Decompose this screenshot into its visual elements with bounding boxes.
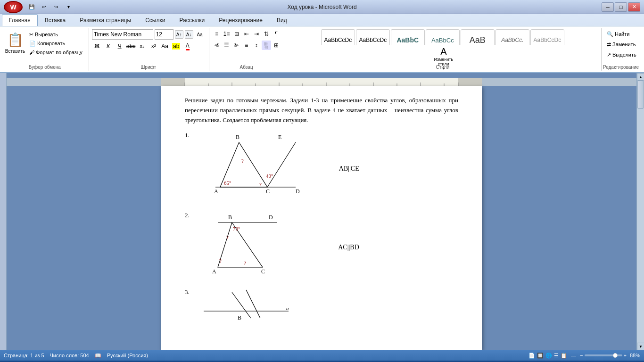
redo-qat-button[interactable]: ↪ xyxy=(51,2,61,12)
tab-home[interactable]: Главная xyxy=(2,14,38,26)
view-normal-icon[interactable]: 📄 xyxy=(528,353,535,359)
font-size-input[interactable] xyxy=(155,29,173,40)
strikethrough-button[interactable]: abc xyxy=(126,41,136,51)
align-center-button[interactable]: ☰ xyxy=(222,41,231,50)
highlight-button[interactable]: ab xyxy=(171,41,182,51)
tab-mailings[interactable]: Рассылки xyxy=(172,14,212,26)
ribbon: Главная Вставка Разметка страницы Ссылки… xyxy=(0,14,644,73)
sort-button[interactable]: ⇅ xyxy=(262,29,271,39)
scrollbar-track[interactable] xyxy=(637,81,644,343)
format-painter-button[interactable]: 🖌 Формат по образцу xyxy=(27,48,85,57)
status-bar: Страница: 1 из 5 Число слов: 504 📖 Русск… xyxy=(0,350,644,361)
style-subtle-emphasis[interactable]: AaBbCcDc Слабое в... xyxy=(530,29,564,45)
group-clipboard: 📋 Вставить ✂ Вырезать 📄 Копировать 🖌 Фор… xyxy=(3,28,89,71)
increase-indent-button[interactable]: ⇥ xyxy=(252,29,261,39)
office-button[interactable]: W xyxy=(4,1,23,13)
scrollbar-thumb[interactable] xyxy=(637,81,644,109)
zoom-slider[interactable] xyxy=(585,354,622,356)
grow-font-button[interactable]: A↑ xyxy=(175,30,183,39)
spell-check-icon[interactable]: 📖 xyxy=(95,353,101,359)
shrink-font-button[interactable]: A↓ xyxy=(185,30,193,39)
bullet-list-button[interactable]: ≡ xyxy=(212,29,222,39)
svg-text:a: a xyxy=(286,305,289,311)
svg-text:?: ? xyxy=(226,234,229,240)
svg-text:?: ? xyxy=(241,158,244,164)
undo-qat-button[interactable]: ↩ xyxy=(39,2,49,12)
italic-button[interactable]: К xyxy=(103,41,114,51)
clear-format-button[interactable]: Aa xyxy=(195,30,205,39)
numbered-list-button[interactable]: 1≡ xyxy=(222,29,231,39)
svg-text:B: B xyxy=(236,134,239,140)
diagram-1: B E D 65° 40° xyxy=(194,131,312,206)
svg-text:70°: 70° xyxy=(233,226,240,231)
minimize-button[interactable]: ─ xyxy=(602,2,614,12)
shading-button[interactable]: ░ xyxy=(262,41,271,50)
find-button[interactable]: 🔍 Найти xyxy=(604,29,637,39)
cut-button[interactable]: ✂ Вырезать xyxy=(27,30,85,39)
style-subtle-label: Слабое в... xyxy=(536,44,558,45)
document-area[interactable]: Решение задач по готовым чертежам. Задач… xyxy=(7,73,636,350)
tab-view[interactable]: Вид xyxy=(270,14,294,26)
document-page[interactable]: Решение задач по готовым чертежам. Задач… xyxy=(161,86,482,350)
view-web-icon[interactable]: 🌐 xyxy=(545,353,552,359)
language-info: Русский (Россия) xyxy=(107,353,148,358)
zoom-out-button[interactable]: − xyxy=(580,353,583,358)
underline-button[interactable]: Ч xyxy=(115,41,125,51)
svg-rect-2 xyxy=(458,78,482,86)
group-paragraph: ≡ 1≡ ⊟ ⇤ ⇥ ⇅ ¶ ⫷ ☰ ⫸ ≡ ↕ ░ ⊞ А xyxy=(210,28,285,71)
align-right-button[interactable]: ⫸ xyxy=(232,41,241,50)
zoom-control[interactable]: − + 88% xyxy=(580,353,640,358)
task-2: 2. B D 70° ? xyxy=(185,211,458,284)
bold-button[interactable]: Ж xyxy=(92,41,102,51)
view-fullscreen-icon[interactable]: 🔲 xyxy=(537,353,544,359)
maximize-button[interactable]: □ xyxy=(615,2,627,12)
ruler-svg xyxy=(161,78,482,86)
line-spacing-button[interactable]: ↕ xyxy=(252,41,261,50)
svg-text:?: ? xyxy=(219,258,222,263)
font-name-row: A↑ A↓ Aa xyxy=(92,29,205,40)
style-subtitle[interactable]: AaBbCc. Подзагол... xyxy=(495,29,529,45)
replace-button[interactable]: ⇄ Заменить xyxy=(604,40,637,49)
style-heading2[interactable]: AaBbCc Заголово... xyxy=(426,29,460,45)
ruler-container xyxy=(7,78,636,86)
statusbar-left: Страница: 1 из 5 Число слов: 504 📖 Русск… xyxy=(4,353,148,359)
vertical-scrollbar[interactable]: ▲ ▼ xyxy=(636,73,644,350)
task2-label: AC||BD xyxy=(322,242,359,252)
scroll-up-button[interactable]: ▲ xyxy=(637,73,644,81)
tab-page-layout[interactable]: Разметка страницы xyxy=(73,14,138,26)
font-color-button[interactable]: A xyxy=(182,41,193,51)
diagram-2: B D 70° ? ? ? A xyxy=(194,211,312,284)
decrease-indent-button[interactable]: ⇤ xyxy=(242,29,251,39)
tab-references[interactable]: Ссылки xyxy=(138,14,172,26)
view-outline-icon[interactable]: ☰ xyxy=(554,353,559,359)
paste-button[interactable]: 📋 Вставить xyxy=(5,29,25,57)
style-no-spacing[interactable]: AaBbCcDc Без инте... xyxy=(356,29,390,45)
show-marks-button[interactable]: ¶ xyxy=(272,29,281,39)
style-heading1[interactable]: AaBbC Заголово... xyxy=(391,29,425,45)
superscript-button[interactable]: x² xyxy=(149,41,159,51)
select-button[interactable]: ↗ Выделить xyxy=(604,50,637,59)
font-name-input[interactable] xyxy=(92,29,153,40)
align-left-button[interactable]: ⫷ xyxy=(212,41,222,50)
style-title[interactable]: AaB Название xyxy=(461,29,495,45)
scroll-down-button[interactable]: ▼ xyxy=(637,343,644,350)
justify-button[interactable]: ≡ xyxy=(242,41,251,50)
case-button[interactable]: Aa xyxy=(160,41,170,51)
borders-button[interactable]: ⊞ xyxy=(272,41,281,50)
subscript-button[interactable]: x₂ xyxy=(137,41,148,51)
multilevel-list-button[interactable]: ⊟ xyxy=(232,29,241,39)
view-draft-icon[interactable]: 📋 xyxy=(561,353,567,359)
task-1: 1. B E xyxy=(185,131,458,206)
qat-dropdown[interactable]: ▾ xyxy=(63,2,74,12)
style-normal[interactable]: AaBbCcDc † Обычный xyxy=(321,29,355,45)
copy-button[interactable]: 📄 Копировать xyxy=(27,39,85,48)
close-button[interactable]: ✕ xyxy=(628,2,640,12)
svg-rect-0 xyxy=(161,78,482,86)
tab-review[interactable]: Рецензирование xyxy=(212,14,270,26)
clipboard-label: Буфер обмена xyxy=(2,65,88,70)
tab-insert[interactable]: Вставка xyxy=(38,14,73,26)
intro-paragraph: Решение задач по готовым чертежам. Задач… xyxy=(185,96,458,125)
zoom-in-button[interactable]: + xyxy=(624,353,627,358)
save-qat-button[interactable]: 💾 xyxy=(26,2,37,12)
ribbon-tabs: Главная Вставка Разметка страницы Ссылки… xyxy=(0,14,644,26)
